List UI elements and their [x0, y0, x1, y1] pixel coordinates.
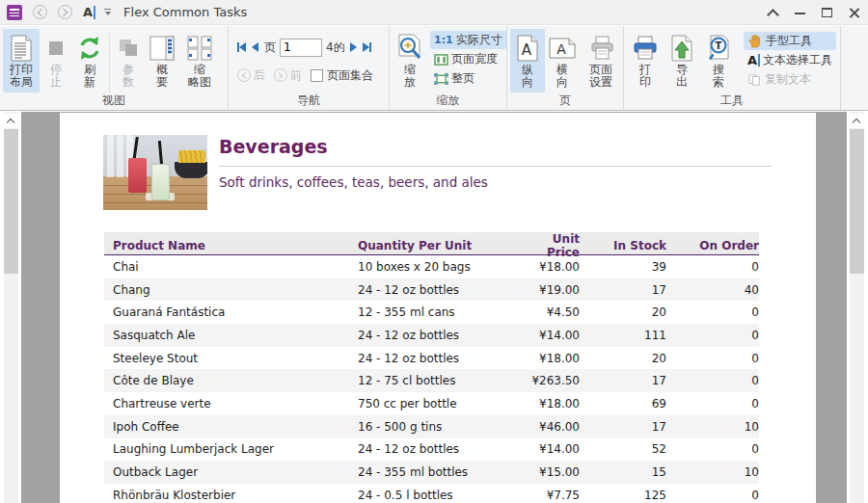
- search-button[interactable]: T 搜 索: [702, 29, 735, 93]
- fries: [178, 150, 205, 163]
- ribbon-group-view: 打印 布局 停 止 刷 新 参 数: [0, 26, 229, 110]
- report-viewer: Beverages Soft drinks, coffees, teas, be…: [0, 112, 868, 503]
- actual-size-label: 实际尺寸: [456, 32, 502, 48]
- history-back-icon: [237, 68, 251, 82]
- stop-button: 停 止: [40, 29, 72, 93]
- navigation-group-label: 导航: [229, 93, 389, 109]
- landscape-button[interactable]: A 横 向: [545, 29, 580, 93]
- page-setup-button[interactable]: 页面 设置: [580, 29, 622, 93]
- back-arrow-glyph: [38, 9, 45, 16]
- history-forward-icon: [274, 68, 287, 82]
- page-width-label: 页面宽度: [451, 51, 498, 67]
- zoom-group-label: 缩放: [390, 93, 506, 109]
- refresh-label: 刷 新: [84, 64, 95, 89]
- refresh-button[interactable]: 刷 新: [72, 29, 107, 93]
- print-layout-button[interactable]: 打印 布局: [3, 29, 40, 93]
- ribbon: 打印 布局 停 止 刷 新 参 数: [0, 26, 868, 111]
- report-subtitle: Soft drinks, coffees, teas, beers, and a…: [219, 174, 488, 190]
- col-header-on-order: On Order: [666, 239, 759, 252]
- page-setup-icon: [588, 33, 613, 64]
- zoom-label: 缩 放: [404, 64, 416, 89]
- titlebar: A Flex Common Tasks: [0, 0, 868, 25]
- ribbon-group-tools: 打 印 导 出 T 搜 索 手型工具 A: [624, 26, 841, 110]
- right-scroll-up-button[interactable]: [850, 114, 864, 128]
- copy-text-button: 复制文本: [744, 70, 836, 89]
- outline-icon: [149, 33, 175, 64]
- svg-text:A: A: [556, 41, 566, 57]
- outline-label: 概 要: [156, 64, 168, 89]
- print-icon: [633, 33, 658, 64]
- report-photo: [103, 135, 207, 210]
- ribbon-group-navigation: 页 4的 后 前 页面集合 导航: [229, 26, 390, 110]
- text-cursor-icon: [758, 54, 760, 66]
- zoom-icon: [395, 33, 424, 64]
- table-row: Outback Lager24 - 355 ml bottles¥15.0015…: [104, 461, 759, 484]
- col-header-in-stock: In Stock: [580, 239, 666, 252]
- page-width-button[interactable]: 页面宽度: [430, 50, 506, 68]
- viewer-canvas: Beverages Soft drinks, coffees, teas, be…: [21, 112, 847, 503]
- maximize-button[interactable]: [820, 5, 835, 20]
- collapse-ribbon-button[interactable]: [766, 5, 781, 20]
- left-scrollbar[interactable]: [0, 112, 21, 503]
- hand-tool-label: 手型工具: [766, 33, 812, 49]
- minimize-icon: [795, 13, 805, 14]
- table-row: Steeleye Stout24 - 12 oz bottles¥18.0020…: [104, 347, 759, 370]
- red-drink: [128, 158, 147, 193]
- table-row: Sasquatch Ale24 - 12 oz bottles¥14.00111…: [104, 324, 759, 347]
- quick-access-dropdown-icon[interactable]: [104, 9, 111, 16]
- first-page-button[interactable]: [237, 42, 246, 52]
- text-cursor-icon: [94, 6, 95, 19]
- close-button[interactable]: [847, 5, 862, 20]
- text-select-label: 文本选择工具: [763, 52, 832, 68]
- previous-page-button[interactable]: [252, 42, 258, 52]
- actual-size-button[interactable]: 1:1 实际尺寸: [430, 31, 506, 49]
- left-scroll-up-button[interactable]: [4, 114, 18, 128]
- page-group-label: 页: [507, 93, 623, 109]
- hand-tool-button[interactable]: 手型工具: [744, 32, 836, 50]
- export-button[interactable]: 导 出: [665, 29, 698, 93]
- forward-icon[interactable]: [58, 5, 72, 19]
- ribbon-group-page: A 纵 向 A 横 向 页面 设置 页: [507, 26, 624, 110]
- portrait-button[interactable]: A 纵 向: [510, 29, 545, 93]
- zoom-button[interactable]: 缩 放: [393, 29, 427, 93]
- table-row: Chai10 boxes x 20 bags¥18.00390: [104, 255, 759, 278]
- fries-bowl: [175, 162, 207, 178]
- outline-button[interactable]: 概 要: [145, 29, 179, 93]
- app-icon[interactable]: [7, 5, 22, 20]
- window-title: Flex Common Tasks: [123, 5, 247, 19]
- text-select-icon: A: [747, 53, 757, 67]
- actual-size-icon: 1:1: [434, 34, 453, 46]
- col-header-quantity-per-unit: Quantity Per Unit: [358, 239, 522, 252]
- hand-icon: [747, 34, 762, 48]
- portrait-icon: A: [517, 33, 538, 64]
- thumbnails-label: 缩 略图: [188, 64, 211, 89]
- view-group-label: 视图: [0, 93, 228, 109]
- left-scrollbar-thumb[interactable]: [4, 129, 18, 274]
- print-button[interactable]: 打 印: [629, 29, 662, 93]
- right-scrollbar[interactable]: [847, 112, 868, 503]
- right-scrollbar-thumb[interactable]: [850, 129, 864, 274]
- window-controls: [766, 0, 862, 25]
- stop-label: 停 止: [50, 64, 62, 89]
- minimize-button[interactable]: [793, 5, 808, 20]
- svg-text:A: A: [522, 41, 532, 59]
- print-layout-label: 打印 布局: [10, 64, 33, 89]
- thumbnails-button[interactable]: 缩 略图: [179, 29, 220, 93]
- thumbnails-icon: [186, 33, 213, 64]
- page-number-input[interactable]: [280, 39, 322, 57]
- quick-access-text-tool-icon[interactable]: A: [83, 5, 95, 19]
- whole-page-icon: [434, 73, 448, 85]
- whole-page-button[interactable]: 整页: [430, 69, 506, 88]
- print-layout-icon: [10, 33, 33, 64]
- last-page-button[interactable]: [363, 42, 371, 52]
- landscape-label: 横 向: [556, 64, 568, 89]
- back-icon[interactable]: [33, 5, 47, 19]
- dropdown-bar: [104, 9, 111, 11]
- application-window: A Flex Common Tasks 打印 布局 停 止: [0, 0, 868, 503]
- text-select-tool-button[interactable]: A 文本选择工具: [744, 51, 836, 69]
- page-collection-checkbox[interactable]: [311, 69, 323, 82]
- refresh-icon: [76, 33, 103, 64]
- next-page-button[interactable]: [350, 42, 357, 52]
- page-collection-label: 页面集合: [327, 67, 373, 84]
- ribbon-group-zoom: 缩 放 1:1 实际尺寸 页面宽度 整页 缩放: [390, 26, 507, 110]
